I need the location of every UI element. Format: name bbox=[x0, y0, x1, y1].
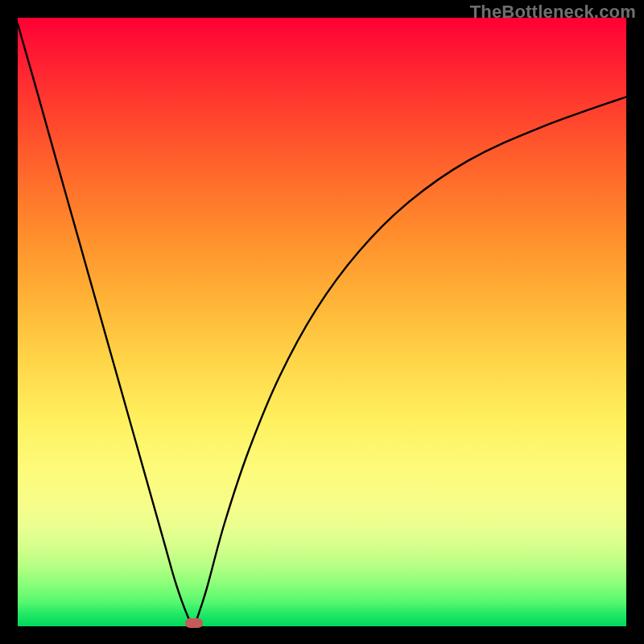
chart-plot-area bbox=[18, 18, 626, 626]
chart-frame: TheBottleneck.com bbox=[0, 0, 644, 644]
curve-right-branch bbox=[196, 97, 626, 623]
minimum-marker bbox=[185, 618, 203, 628]
bottleneck-curve bbox=[18, 18, 626, 626]
watermark-label: TheBottleneck.com bbox=[470, 2, 636, 23]
curve-left-branch bbox=[18, 24, 193, 624]
